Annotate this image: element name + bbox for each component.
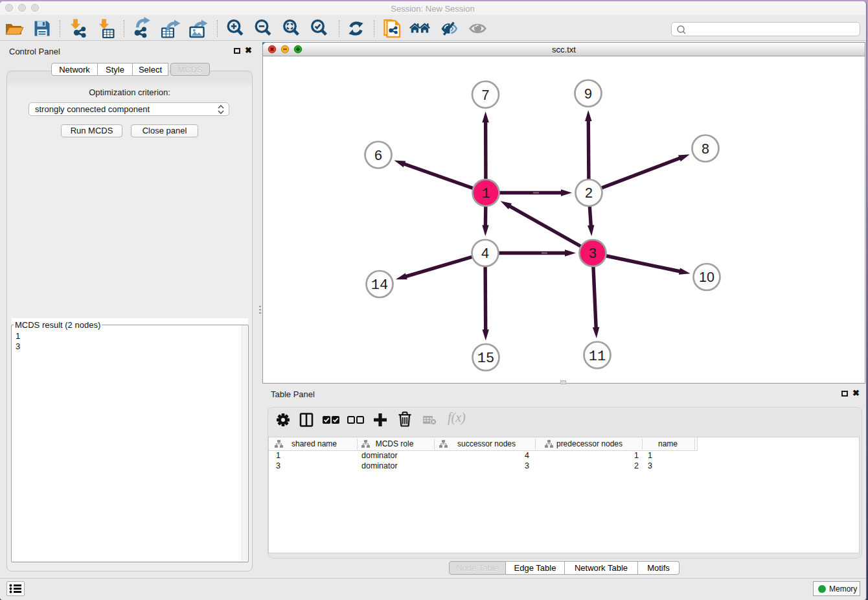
svg-text:10: 10 bbox=[699, 270, 714, 285]
svg-text:14: 14 bbox=[371, 277, 388, 294]
svg-text:15: 15 bbox=[477, 351, 494, 367]
svg-text:8: 8 bbox=[702, 141, 709, 157]
svg-text:11: 11 bbox=[589, 349, 606, 365]
svg-text:2: 2 bbox=[585, 185, 593, 201]
svg-text:9: 9 bbox=[584, 86, 592, 102]
svg-text:1: 1 bbox=[481, 186, 490, 202]
svg-text:3: 3 bbox=[589, 246, 597, 261]
svg-text:7: 7 bbox=[482, 87, 490, 103]
svg-text:4: 4 bbox=[481, 246, 489, 261]
svg-text:6: 6 bbox=[374, 148, 382, 163]
